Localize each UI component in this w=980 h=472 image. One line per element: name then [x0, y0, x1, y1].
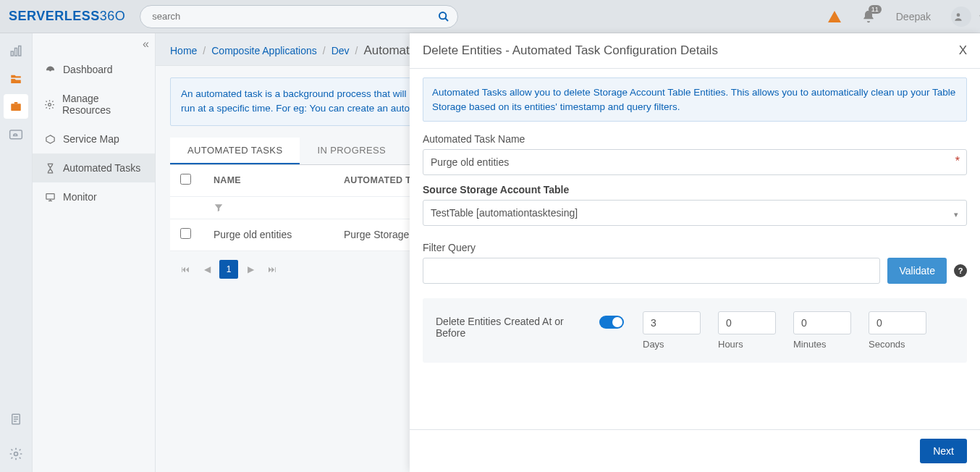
search-input[interactable]: [140, 5, 458, 28]
svg-rect-16: [46, 193, 54, 199]
svg-rect-6: [11, 104, 21, 111]
rail-item-clipboard[interactable]: [4, 407, 28, 431]
svg-point-0: [439, 12, 446, 19]
filter-query-label: Filter Query: [423, 242, 967, 253]
col-name[interactable]: NAME: [203, 167, 334, 194]
page-last-icon[interactable]: ⏭: [263, 260, 282, 279]
rail-item-cloud[interactable]: [4, 122, 28, 146]
close-icon[interactable]: X: [959, 43, 967, 58]
delete-at-label: Delete Entities Created At or Before: [436, 311, 580, 339]
breadcrumb-composite[interactable]: Composite Applications: [211, 45, 317, 56]
sidebar-item-label: Service Map: [63, 133, 119, 145]
page-first-icon[interactable]: ⏮: [176, 260, 195, 279]
breadcrumb-sep: /: [203, 45, 206, 56]
sidebar: « Dashboard Manage Resources Service Map…: [33, 33, 156, 472]
username-label[interactable]: Deepak: [896, 11, 931, 22]
panel-title: Delete Entities - Automated Task Configu…: [423, 43, 718, 58]
topbar-right: 11 Deepak: [828, 7, 971, 27]
hours-input[interactable]: [718, 311, 776, 334]
search-container: [140, 5, 458, 28]
breadcrumb-sep: /: [323, 45, 326, 56]
rail-item-folders[interactable]: [4, 67, 28, 91]
task-name-input[interactable]: [423, 149, 967, 175]
hours-label: Hours: [718, 339, 776, 350]
sidebar-item-manage-resources[interactable]: Manage Resources: [33, 84, 155, 125]
validate-button[interactable]: Validate: [887, 258, 947, 284]
search-icon[interactable]: [438, 11, 449, 22]
top-bar: SERVERLESS36O 11 Deepak: [0, 0, 980, 33]
tab-in-progress[interactable]: IN PROGRESS: [300, 138, 403, 164]
delete-at-toggle[interactable]: [599, 316, 624, 329]
source-table-select[interactable]: TestTable [automationtasktesing]: [423, 200, 967, 226]
panel-body: Automated Tasks allow you to delete Stor…: [410, 69, 980, 429]
panel-info-banner: Automated Tasks allow you to delete Stor…: [423, 77, 967, 122]
breadcrumb-dev[interactable]: Dev: [331, 45, 350, 56]
breadcrumb-sep: /: [355, 45, 358, 56]
task-name-label: Automated Task Name: [423, 133, 967, 145]
page-next-icon[interactable]: ▶: [241, 260, 260, 279]
delete-time-section: Delete Entities Created At or Before Day…: [423, 298, 967, 363]
svg-marker-15: [46, 135, 54, 143]
sidebar-item-label: Dashboard: [63, 64, 113, 75]
seconds-input[interactable]: [869, 311, 926, 334]
page-number[interactable]: 1: [219, 260, 238, 279]
panel-footer: Next: [410, 429, 980, 472]
minutes-label: Minutes: [793, 339, 851, 350]
seconds-label: Seconds: [869, 339, 926, 350]
service-map-icon: [44, 133, 56, 145]
hourglass-icon: [44, 162, 56, 174]
sidebar-item-dashboard[interactable]: Dashboard: [33, 55, 155, 84]
svg-line-1: [445, 18, 448, 21]
filter-query-input[interactable]: [423, 258, 880, 284]
sidebar-item-monitor[interactable]: Monitor: [33, 182, 155, 211]
logo-text-main: SERVERLESS: [9, 9, 100, 23]
sidebar-item-label: Manage Resources: [62, 93, 143, 116]
tab-automated-tasks[interactable]: AUTOMATED TASKS: [170, 138, 300, 164]
sidebar-item-automated-tasks[interactable]: Automated Tasks: [33, 153, 155, 182]
logo-text-suffix: 36O: [100, 9, 126, 23]
svg-point-12: [14, 452, 18, 456]
minutes-input[interactable]: [793, 311, 851, 334]
notification-badge: 11: [869, 5, 882, 14]
row-checkbox[interactable]: [180, 228, 191, 239]
sidebar-item-service-map[interactable]: Service Map: [33, 125, 155, 153]
gear-icon: [44, 98, 55, 110]
rail-item-briefcase[interactable]: [4, 94, 28, 119]
next-button[interactable]: Next: [920, 439, 967, 463]
sidebar-item-label: Monitor: [63, 191, 97, 203]
config-panel: Delete Entities - Automated Task Configu…: [410, 33, 980, 472]
required-indicator: *: [955, 155, 960, 168]
svg-rect-5: [19, 46, 21, 56]
panel-header: Delete Entities - Automated Task Configu…: [410, 33, 980, 69]
source-table-label: Source Storage Account Table: [423, 184, 967, 195]
rail-item-analytics[interactable]: [4, 39, 28, 64]
svg-rect-4: [15, 49, 17, 56]
notifications-icon[interactable]: 11: [861, 9, 876, 24]
dashboard-icon: [44, 64, 56, 75]
svg-rect-3: [11, 51, 13, 56]
logo[interactable]: SERVERLESS36O: [9, 9, 125, 24]
warning-icon[interactable]: [828, 11, 841, 22]
svg-point-2: [956, 13, 960, 17]
breadcrumb-home[interactable]: Home: [170, 45, 197, 56]
days-input[interactable]: [643, 311, 701, 334]
page-prev-icon[interactable]: ◀: [198, 260, 216, 279]
avatar[interactable]: [951, 7, 971, 27]
days-label: Days: [643, 339, 701, 350]
collapse-sidebar-icon[interactable]: «: [143, 38, 149, 51]
svg-point-13: [49, 69, 51, 71]
sidebar-item-label: Automated Tasks: [63, 162, 140, 174]
row-name: Purge old entities: [203, 220, 334, 249]
monitor-icon: [44, 191, 56, 203]
svg-point-14: [48, 103, 51, 106]
rail-item-settings[interactable]: [4, 442, 28, 466]
help-icon[interactable]: ?: [954, 264, 967, 277]
icon-rail: [0, 33, 33, 472]
select-all-checkbox[interactable]: [180, 174, 191, 185]
